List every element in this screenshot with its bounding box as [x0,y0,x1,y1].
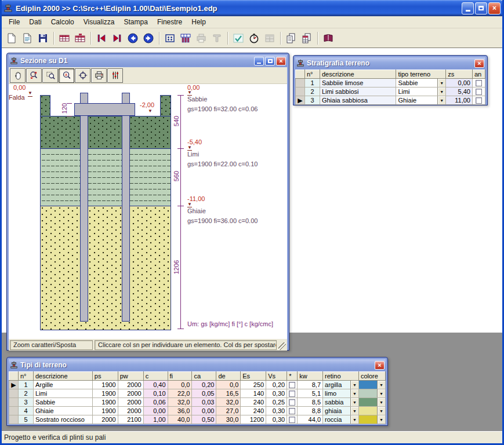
cell-zs[interactable]: 0,00 [446,79,473,87]
main-titlebar[interactable]: Ediplin 2000 >> C:\Src++\Ediplin 1.00\Da… [0,0,504,16]
cell-Es[interactable]: 140 [241,389,266,398]
cell-an[interactable] [473,87,485,96]
dropdown-button[interactable]: ▼ [377,407,385,415]
cell-ps[interactable]: 1900 [92,398,118,407]
dropdown-button[interactable]: ▼ [350,415,358,424]
dropdown-button[interactable]: ▼ [377,398,385,406]
checkbox[interactable] [289,417,295,423]
tabulati-button[interactable] [299,31,314,46]
cell-Vs[interactable]: 0,20 [266,381,287,389]
tool-zoom-finestra[interactable] [42,68,58,83]
sezione-titlebar[interactable]: Sezione su D1 × [9,55,287,67]
plinto-button[interactable] [162,31,177,46]
cell-colore[interactable]: ▼ [358,381,385,389]
pali-button[interactable] [178,31,193,46]
verifica-button[interactable] [231,31,246,46]
cell-kw[interactable]: 8,5 [298,398,323,407]
cell-Vs[interactable]: 0,30 [266,415,287,424]
cell-descrizione[interactable]: Sostrato roccioso [33,415,92,424]
avanti-button[interactable] [141,31,156,46]
cell-retino[interactable]: argilla▼ [323,381,359,389]
cell-de[interactable]: 0,0 [216,381,241,389]
cell-de[interactable]: 30,0 [216,415,241,424]
sezione-close-button[interactable]: × [276,57,286,65]
resize-grip[interactable] [278,342,286,350]
cell-colore[interactable]: ▼ [358,407,385,415]
risultati-button[interactable] [262,31,277,46]
dropdown-button[interactable]: ▼ [377,381,385,389]
tool-opzioni[interactable] [107,68,123,83]
sezione-maximize-button[interactable] [265,57,275,65]
cell-kw[interactable]: 5,1 [298,389,323,398]
ultimo-elemento-button[interactable] [110,31,125,46]
dropdown-button[interactable]: ▼ [437,79,445,87]
cell-pw[interactable]: 2000 [118,389,143,398]
cell-descrizione[interactable]: Ghiaia sabbiosa [320,96,396,105]
cell-pw[interactable]: 2000 [118,398,143,407]
cell-Vs[interactable]: 0,25 [266,398,287,407]
cell-c[interactable]: 1,00 [143,415,168,424]
cell-kw[interactable]: 8,7 [298,381,323,389]
stampa-button[interactable] [194,31,209,46]
cell-n[interactable]: 2 [304,87,320,96]
maximize-button[interactable] [475,2,487,14]
cell-retino[interactable]: roccia▼ [323,415,359,424]
cell-tipo-terreno[interactable]: Sabbie▼ [396,79,446,87]
cell-zs[interactable]: 11,00 [446,96,473,105]
cell-n[interactable]: 2 [18,389,33,398]
dati-elementi-button[interactable] [72,31,88,46]
cell-c[interactable]: 0,40 [143,381,168,389]
cell-n[interactable]: 3 [304,96,320,105]
cell-retino[interactable]: sabbia▼ [323,398,359,407]
dropdown-button[interactable]: ▼ [350,381,358,389]
cell-retino[interactable]: ghiaia▼ [323,407,359,415]
cell-descrizione[interactable]: Limi [33,389,92,398]
new-document-button[interactable] [4,31,19,46]
cell-fi[interactable]: 32,0 [168,398,192,407]
menu-calcolo[interactable]: Calcolo [46,17,79,27]
dropdown-button[interactable]: ▼ [377,389,385,397]
cell-ps[interactable]: 1900 [92,381,118,389]
checkbox[interactable] [289,408,295,414]
cell-star[interactable] [287,398,298,407]
cell-descrizione[interactable]: Ghiaie [33,407,92,415]
cell-n[interactable]: 5 [18,415,33,424]
cell-pw[interactable]: 2000 [118,381,143,389]
cell-descrizione[interactable]: Sabbie [33,398,92,407]
section-drawing-canvas[interactable]: 120 0,00 ▼ Falda -2,00 ▼ 540 [9,84,287,339]
cell-Es[interactable]: 240 [241,398,266,407]
stratigrafia-close-button[interactable]: × [474,59,484,68]
cell-star[interactable] [287,415,298,424]
cell-n[interactable]: 1 [304,79,320,87]
cell-descrizione[interactable]: Argille [33,381,92,389]
testi-button[interactable] [209,31,224,46]
cell-fi[interactable]: 22,0 [168,389,192,398]
cell-ca[interactable]: 0,20 [192,381,216,389]
cell-tipo-terreno[interactable]: Limi▼ [396,87,446,96]
tool-stampa[interactable] [91,68,107,83]
dropdown-button[interactable]: ▼ [437,87,445,96]
minimize-button[interactable] [462,2,474,14]
checkbox[interactable] [289,382,295,388]
checkbox[interactable] [476,89,482,95]
cell-Vs[interactable]: 0,30 [266,407,287,415]
menu-finestre[interactable]: Finestre [153,17,187,27]
menu-visualizza[interactable]: Visualizza [79,17,119,27]
sezione-minimize-button[interactable] [254,57,264,65]
open-document-button[interactable] [20,31,35,46]
dropdown-button[interactable]: ▼ [350,389,358,397]
cell-star[interactable] [287,389,298,398]
cell-ps[interactable]: 1900 [92,389,118,398]
tool-centra[interactable] [75,68,90,83]
cell-de[interactable]: 27,0 [216,407,241,415]
tipi-close-button[interactable]: × [375,361,385,370]
cell-de[interactable]: 16,5 [216,389,241,398]
close-button[interactable]: × [488,2,501,14]
cell-n[interactable]: 1 [18,381,33,389]
cell-n[interactable]: 4 [18,407,33,415]
cell-ca[interactable]: 0,50 [192,415,216,424]
cell-ca[interactable]: 0,03 [192,398,216,407]
cell-c[interactable]: 0,06 [143,398,168,407]
cell-Es[interactable]: 1200 [241,415,266,424]
cell-zs[interactable]: 5,40 [446,87,473,96]
